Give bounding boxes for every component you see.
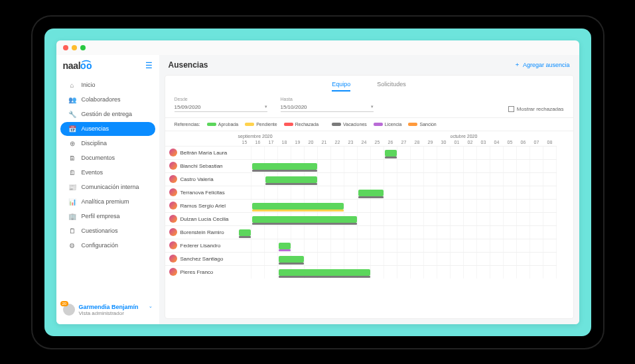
- chevron-down-icon: ▾: [265, 104, 267, 109]
- absence-bar[interactable]: [252, 203, 344, 210]
- tab-team[interactable]: Equipo: [332, 81, 350, 91]
- absence-bar[interactable]: [252, 163, 317, 170]
- absence-bar[interactable]: [265, 176, 317, 183]
- window-titlebar: [56, 40, 579, 55]
- close-dot[interactable]: [63, 45, 68, 50]
- to-field[interactable]: Hasta 15/10/2020▾: [281, 97, 374, 112]
- nav-icon: 📰: [68, 184, 76, 191]
- avatar: [169, 175, 177, 183]
- avatar: [169, 162, 177, 170]
- user-card[interactable]: 20 Garmendia Benjamín Vista administrado…: [56, 298, 159, 322]
- nav-icon: ⊕: [68, 140, 76, 147]
- avatar: [169, 268, 177, 276]
- sidebar-item-ausencias[interactable]: 📅Ausencias: [60, 122, 155, 136]
- absence-bar[interactable]: [252, 216, 357, 223]
- row-track: [238, 212, 557, 225]
- from-field[interactable]: Desde 15/09/2020▾: [175, 97, 267, 112]
- menu-toggle-icon[interactable]: ☰: [145, 61, 153, 70]
- chevron-down-icon: ▾: [371, 104, 374, 109]
- timeline-header: septiembre 2020octubre 20201516171819202…: [238, 131, 573, 146]
- add-absence-label: Agregar ausencia: [523, 62, 570, 68]
- day-cell: 15: [238, 139, 251, 146]
- sidebar-item-analítica-premium[interactable]: 📊Analítica premium: [60, 195, 155, 209]
- day-cell: 17: [265, 139, 278, 146]
- min-dot[interactable]: [72, 45, 77, 50]
- row-track: [238, 252, 557, 265]
- person-name: Castro Valeria: [180, 176, 214, 182]
- row-label: Federer Lisandro: [165, 239, 238, 252]
- absence-bar[interactable]: [239, 229, 251, 236]
- sidebar-item-perfil-empresa[interactable]: 🏢Perfil empresa: [60, 210, 155, 223]
- page-title: Ausencias: [169, 60, 208, 70]
- person-name: Federer Lisandro: [180, 243, 221, 249]
- person-name: Terranova Felicitas: [180, 190, 225, 196]
- sidebar-item-inicio[interactable]: ⌂Inicio: [60, 78, 155, 92]
- absence-bar[interactable]: [279, 269, 370, 276]
- day-cell: 30: [437, 139, 451, 146]
- row-label: Dulzan Lucía Cecilia: [165, 212, 238, 225]
- day-cell: 16: [251, 139, 265, 146]
- row-track: [238, 159, 557, 172]
- row-label: Sanchez Santiago: [165, 252, 238, 265]
- sidebar-item-label: Eventos: [82, 169, 104, 176]
- row-track: [238, 146, 557, 159]
- sidebar-item-eventos[interactable]: 🗓Eventos: [60, 166, 155, 180]
- day-cell: 29: [424, 139, 437, 146]
- row-label: Borenstein Ramiro: [165, 225, 238, 239]
- legend-license: Licencia: [385, 122, 402, 127]
- day-cell: 24: [358, 139, 371, 146]
- nav-icon: 🗒: [68, 227, 76, 235]
- sidebar-item-cuestionarios[interactable]: 🗒Cuestionarios: [60, 224, 155, 238]
- filters: Desde 15/09/2020▾ Hasta 15/10/2020▾ Most…: [165, 91, 573, 118]
- sidebar-item-label: Documentos: [82, 154, 115, 161]
- tab-requests[interactable]: Solicitudes: [377, 81, 406, 91]
- sidebar-item-label: Analítica premium: [82, 198, 129, 205]
- sidebar-item-configuración[interactable]: ⚙Configuración: [60, 239, 155, 253]
- day-cell: 02: [464, 139, 477, 146]
- sidebar: naalo͡o ☰ ⌂Inicio👥Colaboradores🔧Gestión …: [56, 55, 159, 324]
- max-dot[interactable]: [80, 45, 86, 50]
- sidebar-item-gestión-de-entrega[interactable]: 🔧Gestión de entrega: [60, 107, 155, 121]
- day-cell: 06: [517, 139, 530, 146]
- day-cell: 08: [543, 139, 557, 146]
- chevron-down-icon[interactable]: ⌄: [149, 304, 153, 309]
- row-label: Castro Valeria: [165, 172, 238, 186]
- row-label: Ramos Sergio Ariel: [165, 199, 238, 212]
- sidebar-item-disciplina[interactable]: ⊕Disciplina: [60, 137, 155, 151]
- brand-logo[interactable]: naalo͡o: [63, 60, 92, 71]
- day-cell: 28: [411, 139, 424, 146]
- user-role: Vista administrador: [79, 310, 139, 316]
- day-cell: 21: [318, 139, 331, 146]
- row-track: [238, 265, 557, 278]
- sidebar-item-colaboradores[interactable]: 👥Colaboradores: [60, 93, 155, 107]
- sidebar-item-label: Configuración: [82, 242, 119, 249]
- teal-bg: naalo͡o ☰ ⌂Inicio👥Colaboradores🔧Gestión …: [44, 29, 591, 336]
- sidebar-item-documentos[interactable]: 🗎Documentos: [60, 151, 155, 165]
- absence-bar[interactable]: [279, 243, 291, 249]
- person-name: Ramos Sergio Ariel: [180, 203, 226, 209]
- absence-bar[interactable]: [385, 150, 397, 156]
- nav-icon: 👥: [68, 96, 76, 103]
- app-window: naalo͡o ☰ ⌂Inicio👥Colaboradores🔧Gestión …: [56, 40, 579, 324]
- gantt-chart: septiembre 2020octubre 20201516171819202…: [165, 131, 573, 278]
- nav-icon: 🔧: [68, 111, 76, 118]
- notif-badge: 20: [60, 301, 69, 306]
- sidebar-item-comunicación-interna[interactable]: 📰Comunicación interna: [60, 180, 155, 194]
- sidebar-item-label: Colaboradores: [82, 96, 121, 103]
- day-cell: 05: [504, 139, 517, 146]
- sidebar-item-label: Cuestionarios: [82, 227, 118, 234]
- row-track: [238, 199, 557, 212]
- to-label: Hasta: [281, 97, 374, 101]
- add-absence-button[interactable]: ＋ Agregar ausencia: [514, 60, 570, 69]
- legend-approved: Aprobada: [218, 122, 238, 127]
- checkbox-box: [508, 106, 514, 112]
- nav-icon: 🏢: [68, 213, 76, 220]
- gantt-scroll[interactable]: septiembre 2020octubre 20201516171819202…: [165, 131, 573, 318]
- legend: Referencias: Aprobada Pendiente Rechazad…: [165, 118, 573, 131]
- nav-icon: ⚙: [68, 242, 76, 249]
- show-rejected-checkbox[interactable]: Mostrar rechazadas: [508, 106, 564, 112]
- month-label: octubre 2020: [451, 134, 557, 139]
- absence-bar[interactable]: [358, 190, 384, 196]
- day-cell: 26: [384, 139, 397, 146]
- absence-bar[interactable]: [279, 256, 304, 263]
